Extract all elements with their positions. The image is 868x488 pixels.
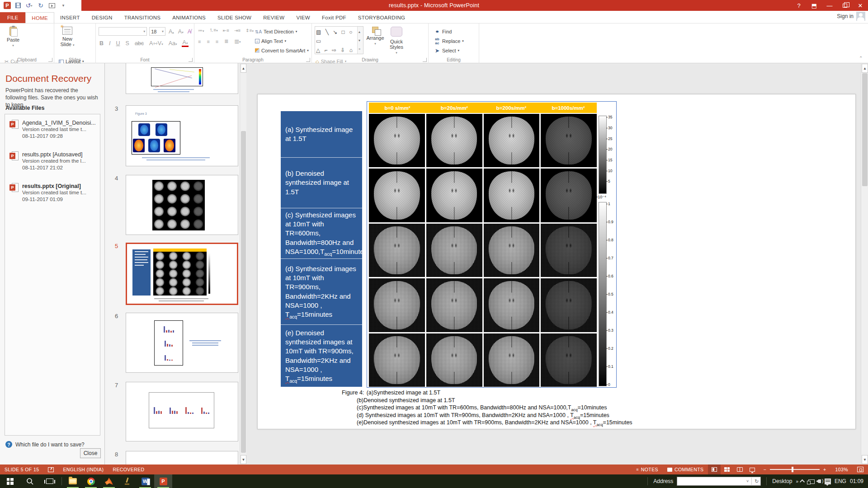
tab-insert[interactable]: INSERT <box>54 12 86 23</box>
find-button[interactable]: ⚭Find <box>434 28 464 35</box>
slide-thumbnail-7[interactable] <box>126 382 238 441</box>
word-button[interactable]: W <box>136 474 154 488</box>
align-left-icon[interactable]: ≡ <box>197 39 202 44</box>
tab-review[interactable]: REVIEW <box>257 12 290 23</box>
scroll-down-icon[interactable]: ▼ <box>862 455 868 464</box>
recovered-file-item[interactable]: results.pptx [Original] Version created … <box>9 183 95 203</box>
replace-button[interactable]: abacReplace▾ <box>434 38 464 45</box>
new-slide-button[interactable]: NewSlide ▾ <box>57 25 78 55</box>
zoom-percentage[interactable]: 103% <box>831 465 853 474</box>
language-indicator[interactable]: ENG <box>835 478 846 484</box>
tray-show-hidden-icon[interactable] <box>800 479 805 484</box>
tab-home[interactable]: HOME <box>25 12 54 23</box>
slide-number-indicator[interactable]: SLIDE 5 OF 15 <box>0 465 43 474</box>
restore-icon[interactable] <box>837 0 853 11</box>
language-indicator[interactable]: ENGLISH (INDIA) <box>58 465 108 474</box>
recovered-file-item[interactable]: Agenda_1_IVIM_5_Denoisi... Version creat… <box>9 120 95 140</box>
matlab-button[interactable] <box>100 474 118 488</box>
address-dropdown-icon[interactable]: ˅ <box>746 479 749 483</box>
tab-storyboarding[interactable]: STORYBOARDING <box>352 12 411 23</box>
address-input[interactable]: ˅ ↻ <box>677 477 761 486</box>
quick-styles-button[interactable]: Quick Styles▾ <box>387 25 406 55</box>
chrome-button[interactable] <box>82 474 100 488</box>
close-icon[interactable]: ✕ <box>853 0 868 11</box>
sign-in[interactable]: Sign in <box>837 12 865 21</box>
slide-thumbnail-4[interactable] <box>126 175 238 235</box>
slide-thumbnail-5[interactable] <box>126 243 238 305</box>
tab-file[interactable]: FILE <box>0 12 25 23</box>
microscope-app-button[interactable] <box>118 474 136 488</box>
zoom-slider[interactable] <box>770 469 820 470</box>
notification-icon[interactable] <box>825 479 831 484</box>
grow-font-icon[interactable]: A▴ <box>168 28 175 35</box>
tab-slide-show[interactable]: SLIDE SHOW <box>212 12 257 23</box>
numbering-icon[interactable]: ⒈≡▾ <box>208 27 219 33</box>
character-spacing-button[interactable]: A⇿V▾ <box>148 40 164 47</box>
zoom-slider-thumb[interactable] <box>792 467 793 472</box>
scroll-up-icon[interactable]: ▲ <box>862 64 868 73</box>
clear-formatting-icon[interactable]: A̸ <box>187 28 192 35</box>
columns-icon[interactable]: ▥▾ <box>233 38 241 44</box>
arrange-button[interactable]: Arrange▾ <box>363 25 387 55</box>
search-button[interactable] <box>20 474 40 488</box>
shrink-font-icon[interactable]: A▾ <box>177 28 184 35</box>
dialog-launcher-icon[interactable] <box>423 58 427 62</box>
slide-thumbnail-3[interactable]: Figure 3 <box>126 105 238 166</box>
network-icon[interactable] <box>808 479 815 484</box>
zoom-out-button[interactable]: − <box>759 465 766 474</box>
shadow-button[interactable]: S <box>125 40 130 47</box>
figure-caption[interactable]: Figure 4: (a)Synthesized image at 1.5T (… <box>342 389 749 427</box>
speaker-icon[interactable] <box>818 479 821 483</box>
slide-thumbnail-8[interactable] <box>126 451 238 465</box>
increase-indent-icon[interactable]: ⇥≡ <box>233 28 241 33</box>
zoom-in-button[interactable]: + <box>823 465 831 474</box>
select-button[interactable]: ➤Select▾ <box>434 47 464 54</box>
tab-design[interactable]: DESIGN <box>86 12 118 23</box>
font-color-button[interactable]: A▾ <box>182 40 189 47</box>
change-case-button[interactable]: Aa▾ <box>168 40 178 47</box>
font-name-combo[interactable]: ▾ <box>99 27 147 36</box>
powerpoint-button[interactable]: P <box>154 474 172 488</box>
decrease-indent-icon[interactable]: ⇤≡ <box>222 28 230 33</box>
ribbon-display-options-icon[interactable]: ⬒ <box>807 0 822 11</box>
notes-button[interactable]: ≡NOTES <box>632 465 663 474</box>
align-text-button[interactable]: ≡Align Text▾ <box>255 38 309 45</box>
toolbar-overflow-icon[interactable]: » <box>796 479 797 484</box>
desktop-toolbar-label[interactable]: Desktop <box>772 478 792 484</box>
start-button[interactable] <box>0 474 20 488</box>
tab-view[interactable]: VIEW <box>290 12 316 23</box>
tab-animations[interactable]: ANIMATIONS <box>166 12 212 23</box>
slide-canvas[interactable]: (a) Synthesized image at 1.5T (b) Denois… <box>257 94 856 429</box>
file-explorer-button[interactable] <box>64 474 82 488</box>
scroll-up-icon[interactable]: ▲ <box>241 64 246 73</box>
help-icon[interactable]: ? <box>791 0 807 11</box>
tab-foxit-pdf[interactable]: Foxit PDF <box>316 12 352 23</box>
normal-view-button[interactable] <box>708 465 721 474</box>
shapes-scrollbar[interactable]: ▲▼≡ <box>357 27 363 54</box>
collapse-ribbon-icon[interactable]: ⌃ <box>859 56 864 60</box>
strikethrough-button[interactable]: abc <box>134 40 145 47</box>
recovery-close-button[interactable]: Close <box>80 448 101 458</box>
line-spacing-icon[interactable]: ⇕≡▾ <box>245 28 255 33</box>
slide-thumbnail-6[interactable] <box>126 313 238 373</box>
comments-button[interactable]: COMMENTS <box>663 465 708 474</box>
recovered-file-item[interactable]: results.pptx [Autosaved] Version created… <box>9 151 95 171</box>
address-go-icon[interactable]: ↻ <box>755 479 759 484</box>
text-direction-button[interactable]: ⇅AText Direction▾ <box>255 28 309 35</box>
task-view-button[interactable] <box>40 474 60 488</box>
align-center-icon[interactable]: ≡ <box>206 39 210 44</box>
slideshow-view-button[interactable] <box>746 465 759 474</box>
dialog-launcher-icon[interactable] <box>189 58 193 62</box>
font-size-combo[interactable]: 18▾ <box>149 27 165 36</box>
slide-thumbnail-2[interactable] <box>126 63 238 94</box>
convert-smartart-button[interactable]: Convert to SmartArt▾ <box>255 47 309 54</box>
slide-sorter-button[interactable] <box>721 465 733 474</box>
justify-icon[interactable]: ≣ <box>223 38 229 44</box>
italic-button[interactable]: I <box>108 40 111 47</box>
clock[interactable]: 01:09 <box>850 478 863 484</box>
minimize-icon[interactable]: — <box>822 0 837 11</box>
row-label-table[interactable]: (a) Synthesized image at 1.5T (b) Denois… <box>281 111 362 387</box>
which-file-help-link[interactable]: ? Which file do I want to save? <box>5 441 85 448</box>
bullets-icon[interactable]: ≔▾ <box>197 28 205 33</box>
bold-button[interactable]: B <box>99 40 104 47</box>
